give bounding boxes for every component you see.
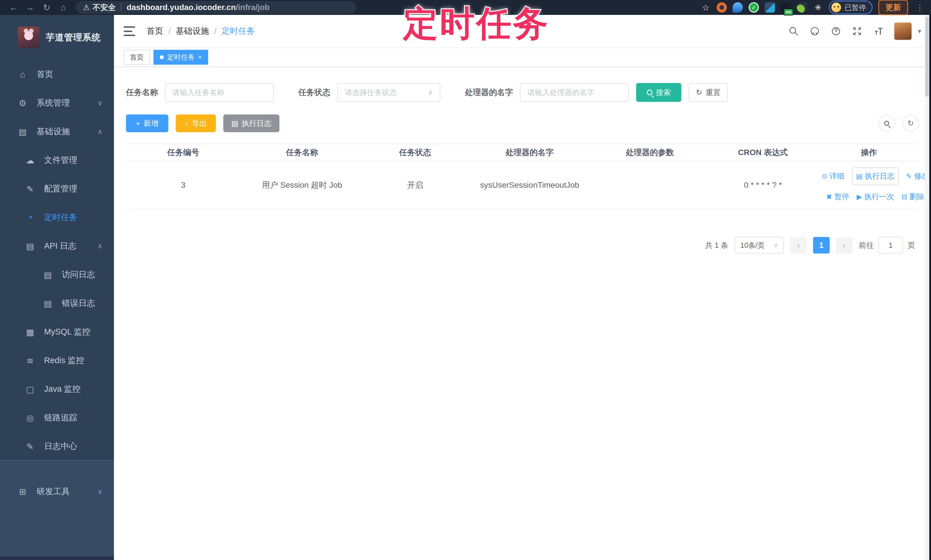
- browser-reload-button[interactable]: ↻: [39, 1, 55, 14]
- chevron-down-icon: ∨: [774, 242, 778, 249]
- pause-link[interactable]: ✖ 暂停: [826, 191, 849, 203]
- task-status-select[interactable]: 请选择任务状态 ∨: [337, 83, 440, 102]
- browser-home-button[interactable]: ⌂: [55, 1, 72, 14]
- sidebar-item-mysql-monitor[interactable]: ▦ MySQL 监控: [0, 318, 114, 346]
- filter-form: 任务名称 任务状态 请选择任务状态 ∨ 处理器的名字 搜索 ↻ 重置: [126, 83, 919, 102]
- logo-avatar: [18, 27, 40, 48]
- font-size-icon[interactable]: [872, 25, 884, 37]
- sidebar-item-log-center[interactable]: ✎ 日志中心: [0, 432, 114, 461]
- extension-leaf-icon[interactable]: [797, 2, 807, 12]
- sidebar-item-label: 研发工具: [37, 486, 70, 497]
- bookmark-star-icon[interactable]: ☆: [701, 2, 711, 12]
- browser-menu-icon[interactable]: ⋮: [914, 3, 926, 12]
- detail-link-label: 详细: [830, 170, 845, 182]
- pagination: 共 1 条 10条/页 ∨ ‹ 1 › 前往 页: [126, 237, 919, 254]
- sidebar-item-java-monitor[interactable]: ▢ Java 监控: [0, 375, 114, 403]
- trash-icon: ⊟: [902, 191, 907, 202]
- sidebar-item-label: Java 监控: [44, 383, 80, 395]
- export-button-label: 导出: [192, 118, 207, 128]
- add-button[interactable]: + 新增: [126, 114, 168, 132]
- goto-label: 前往: [859, 240, 874, 251]
- url-host: dashboard.yudao.iocoder.cn: [126, 3, 236, 12]
- github-icon[interactable]: [809, 25, 820, 37]
- task-name-input[interactable]: [165, 83, 274, 102]
- sidebar-logo[interactable]: 芋道管理系统: [0, 15, 114, 60]
- sidebar-item-home[interactable]: ⌂ 首页: [0, 60, 114, 89]
- page-scrollbar[interactable]: [925, 15, 929, 560]
- sidebar-item-dev-tools[interactable]: ⊞ 研发工具 ∨: [0, 477, 114, 506]
- page-size-select[interactable]: 10条/页 ∨: [735, 237, 784, 254]
- sidebar-item-config-management[interactable]: ✎ 配置管理: [0, 175, 114, 203]
- col-header-actions: 操作: [819, 147, 919, 158]
- sidebar-item-api-logs[interactable]: ▤ API 日志 ∧: [0, 232, 114, 260]
- sidebar-item-file-management[interactable]: ☁ 文件管理: [0, 146, 114, 175]
- search-icon[interactable]: [788, 25, 799, 37]
- collapse-sidebar-icon[interactable]: [124, 26, 135, 36]
- extension-orange-icon[interactable]: [717, 2, 727, 12]
- sidebar-item-redis-monitor[interactable]: ≋ Redis 监控: [0, 346, 114, 375]
- close-tab-icon[interactable]: ×: [198, 54, 202, 61]
- redis-icon: ≋: [25, 356, 35, 366]
- jobs-table: 任务编号 任务名称 任务状态 处理器的名字 处理器的参数 CRON 表达式 操作…: [126, 144, 919, 209]
- sidebar-item-error-logs[interactable]: ▤ 错误日志: [0, 289, 114, 318]
- list-icon: ▤: [231, 119, 239, 128]
- gear-icon: ⚙: [18, 98, 28, 108]
- handler-name-label: 处理器的名字: [465, 87, 513, 98]
- browser-back-button[interactable]: ←: [5, 1, 22, 14]
- reset-button[interactable]: ↻ 重置: [689, 83, 728, 102]
- browser-forward-button[interactable]: →: [22, 1, 39, 14]
- user-menu-caret-icon[interactable]: ▾: [918, 27, 921, 35]
- sidebar-item-label: 链路追踪: [44, 412, 77, 423]
- cell-actions: ⊙ 详细 ▤ 执行日志 ✎ 修改: [819, 162, 931, 208]
- tab-label: 定时任务: [167, 53, 195, 62]
- reset-icon: ↻: [696, 88, 702, 97]
- run-once-link[interactable]: ▶ 执行一次: [857, 191, 894, 203]
- sidebar-item-infrastructure[interactable]: ▤ 基础设施 ∧: [0, 117, 114, 146]
- row-exec-log-link[interactable]: ▤ 执行日志: [852, 168, 899, 185]
- sidebar-item-trace[interactable]: ◎ 链路追踪: [0, 403, 114, 432]
- table-toolbar: + 新增 ↓ 导出 ▤ 执行日志 ↻: [126, 114, 919, 132]
- col-header-job-name: 任务名称: [240, 147, 364, 158]
- fullscreen-icon[interactable]: [851, 25, 863, 37]
- exec-log-button[interactable]: ▤ 执行日志: [223, 114, 279, 132]
- refresh-button[interactable]: ↻: [902, 115, 919, 132]
- extension-paused-badge[interactable]: 已暂停: [829, 1, 872, 14]
- sidebar-item-access-logs[interactable]: ▤ 访问日志: [0, 260, 114, 289]
- row-exec-log-label: 执行日志: [865, 170, 895, 182]
- toggle-search-button[interactable]: [878, 115, 895, 132]
- extension-switch-icon[interactable]: on: [781, 2, 791, 12]
- cell-cron: 0 * * * * ? *: [707, 174, 819, 197]
- cell-job-id: 3: [126, 174, 240, 197]
- breadcrumb-home[interactable]: 首页: [146, 25, 163, 37]
- goto-unit-label: 页: [908, 240, 915, 251]
- search-button[interactable]: 搜索: [636, 83, 681, 102]
- page-content: 任务名称 任务状态 请选择任务状态 ∨ 处理器的名字 搜索 ↻ 重置 +: [114, 67, 931, 254]
- extension-check-icon[interactable]: ✓: [749, 2, 759, 12]
- tab-home[interactable]: 首页: [124, 50, 150, 65]
- export-button[interactable]: ↓ 导出: [176, 114, 216, 132]
- goto-page-input[interactable]: [878, 237, 903, 254]
- breadcrumb-infrastructure[interactable]: 基础设施: [176, 25, 209, 37]
- sidebar-item-scheduled-tasks[interactable]: ◔ 定时任务: [0, 203, 114, 232]
- extension-burst-icon[interactable]: ✳: [813, 2, 823, 12]
- extension-on-badge: on: [783, 9, 793, 15]
- detail-link[interactable]: ⊙ 详细: [822, 170, 845, 182]
- sidebar-item-system-management[interactable]: ⚙ 系统管理 ∨: [0, 89, 114, 117]
- address-bar[interactable]: ⚠ 不安全 dashboard.yudao.iocoder.cn /infra/…: [76, 1, 356, 14]
- help-icon[interactable]: [830, 25, 842, 37]
- next-page-button[interactable]: ›: [836, 237, 852, 254]
- scrollbar-thumb[interactable]: [925, 17, 929, 97]
- tab-scheduled-tasks[interactable]: 定时任务 ×: [153, 50, 208, 65]
- browser-update-button[interactable]: 更新: [878, 0, 908, 15]
- cell-job-status: 开启: [364, 174, 467, 197]
- delete-link[interactable]: ⊟ 删除: [902, 191, 925, 203]
- tabs-bar: 首页 定时任务 ×: [114, 48, 931, 67]
- current-page-button[interactable]: 1: [813, 237, 830, 254]
- handler-name-input[interactable]: [520, 83, 629, 102]
- list-icon: ▤: [856, 171, 863, 182]
- extension-drop-icon[interactable]: [732, 2, 743, 12]
- extension-puzzle-icon[interactable]: [765, 2, 775, 12]
- search-icon: [647, 89, 652, 95]
- user-avatar[interactable]: [894, 22, 912, 40]
- prev-page-button[interactable]: ‹: [790, 237, 807, 254]
